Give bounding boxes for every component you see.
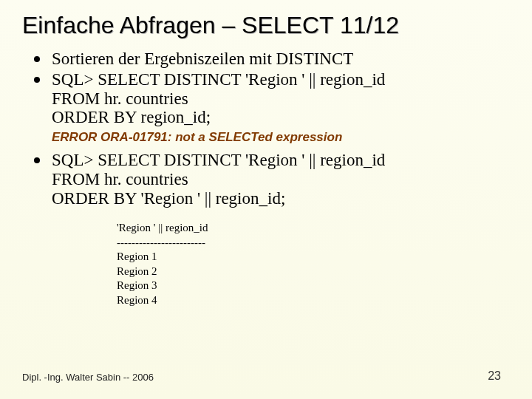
result-header: 'Region ' || region_id xyxy=(117,221,514,236)
result-row-4: Region 4 xyxy=(117,293,514,308)
result-row-2: Region 2 xyxy=(117,265,514,279)
bullet-list-2: SQL> SELECT DISTINCT 'Region ' || region… xyxy=(27,151,514,208)
bullet-2-line-1: SQL> SELECT DISTINCT 'Region ' || region… xyxy=(52,70,385,89)
page-number: 23 xyxy=(488,369,501,383)
slide: Einfache Abfragen – SELECT 11/12 Sortier… xyxy=(0,0,532,399)
bullet-3-line-3: ORDER BY 'Region ' || region_id; xyxy=(52,189,285,208)
bullet-item-1: Sortieren der Ergebniszeilen mit DISTINC… xyxy=(27,50,514,69)
bullet-item-3: SQL> SELECT DISTINCT 'Region ' || region… xyxy=(27,151,514,208)
slide-footer: Dipl. -Ing. Walter Sabin -- 2006 23 xyxy=(22,372,510,383)
error-message: ERROR ORA-01791: not a SELECTed expressi… xyxy=(52,130,514,145)
result-row-1: Region 1 xyxy=(117,250,514,265)
bullet-3-line-1: SQL> SELECT DISTINCT 'Region ' || region… xyxy=(52,151,385,169)
bullet-2-line-3: ORDER BY region_id; xyxy=(52,108,211,126)
result-row-3: Region 3 xyxy=(117,279,514,293)
bullet-1-text: Sortieren der Ergebniszeilen mit DISTINC… xyxy=(52,50,353,68)
bullet-list: Sortieren der Ergebniszeilen mit DISTINC… xyxy=(27,50,514,127)
bullet-2-line-2: FROM hr. countries xyxy=(52,89,188,108)
bullet-item-2: SQL> SELECT DISTINCT 'Region ' || region… xyxy=(27,70,514,127)
query-result: 'Region ' || region_id -----------------… xyxy=(117,221,514,307)
result-separator: ------------------------ xyxy=(117,236,514,250)
footer-text: Dipl. -Ing. Walter Sabin -- 2006 xyxy=(22,372,154,383)
bullet-3-line-2: FROM hr. countries xyxy=(52,170,188,188)
slide-title: Einfache Abfragen – SELECT 11/12 xyxy=(22,12,514,39)
